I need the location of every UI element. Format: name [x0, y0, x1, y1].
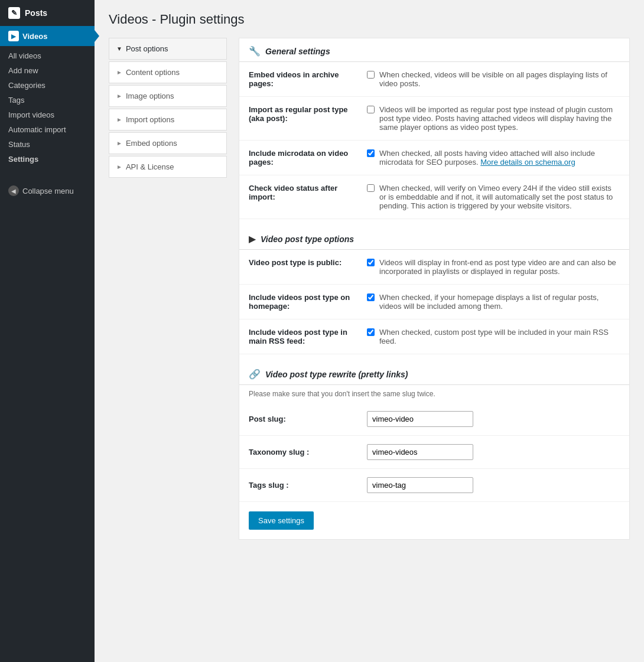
- posts-icon: ✎: [8, 7, 20, 19]
- public-row: Video post type is public: Videos will d…: [239, 250, 629, 285]
- settings-layout: ▼ Post options ► Content options ► Image…: [109, 38, 630, 540]
- tags-slug-label: Tags slug :: [239, 469, 357, 502]
- accordion-api-license-label: API & License: [126, 162, 174, 171]
- import-regular-description: Videos will be imported as regular post …: [379, 105, 620, 132]
- videos-item[interactable]: ▶ Videos: [0, 26, 95, 46]
- microdata-description: When checked, all posts having video att…: [379, 149, 620, 167]
- tags-slug-input[interactable]: [367, 477, 473, 493]
- rss-description: When checked, custom post type will be i…: [379, 328, 620, 345]
- tags-slug-row: Tags slug :: [239, 469, 629, 502]
- general-settings-section-header: 🔧 General settings: [239, 38, 629, 62]
- public-label: Video post type is public:: [239, 250, 357, 285]
- sidebar-item-categories[interactable]: Categories: [0, 78, 95, 93]
- public-description: Videos will display in front-end as post…: [379, 258, 620, 276]
- accordion-post-options[interactable]: ▼ Post options: [109, 38, 227, 60]
- slug-table: Post slug: Taxonomy slug : Tags slug :: [239, 403, 629, 502]
- embed-archive-row: Embed videos in archive pages: When chec…: [239, 62, 629, 97]
- settings-content-panel: 🔧 General settings Embed videos in archi…: [239, 38, 630, 540]
- import-regular-check-row: Videos will be imported as regular post …: [367, 105, 620, 132]
- embed-archive-check-row: When checked, videos will be visible on …: [367, 70, 620, 88]
- accordion-image-options[interactable]: ► Image options: [109, 85, 227, 107]
- link-icon: 🔗: [249, 368, 261, 380]
- accordion-api-license[interactable]: ► API & License: [109, 156, 227, 178]
- accordion-image-options-label: Image options: [126, 92, 174, 100]
- embed-archive-checkbox[interactable]: [367, 71, 375, 79]
- check-status-label: Check video status after import:: [239, 175, 357, 219]
- import-regular-checkbox[interactable]: [367, 106, 375, 113]
- public-checkbox[interactable]: [367, 259, 375, 266]
- homepage-label: Include videos post type on homepage:: [239, 285, 357, 319]
- sidebar-item-all-videos[interactable]: All videos: [0, 48, 95, 63]
- video-post-type-title: Video post type options: [261, 234, 354, 244]
- rss-checkbox[interactable]: [367, 328, 375, 336]
- check-status-description: When checked, will verify on Vimeo every…: [379, 184, 620, 210]
- rss-check-row: When checked, custom post type will be i…: [367, 328, 620, 345]
- videos-icon: ▶: [8, 31, 19, 41]
- accordion-import-options-label: Import options: [126, 115, 174, 124]
- accordion-arrow-post-options: ▼: [116, 45, 122, 52]
- homepage-checkbox[interactable]: [367, 294, 375, 301]
- import-regular-row: Import as regular post type (aka post): …: [239, 97, 629, 141]
- collapse-icon: ◀: [8, 185, 19, 196]
- rss-row: Include videos post type in main RSS fee…: [239, 319, 629, 354]
- sidebar-item-tags[interactable]: Tags: [0, 93, 95, 107]
- page-title: Videos - Plugin settings: [109, 12, 630, 27]
- check-status-checkbox[interactable]: [367, 184, 375, 192]
- sidebar-item-import-videos[interactable]: Import videos: [0, 107, 95, 122]
- collapse-label: Collapse menu: [22, 187, 74, 195]
- sidebar-item-automatic-import[interactable]: Automatic import: [0, 122, 95, 137]
- general-settings-title: General settings: [265, 47, 330, 56]
- play-icon: ▶: [249, 233, 256, 244]
- microdata-row: Include microdata on video pages: When c…: [239, 141, 629, 175]
- accordion-embed-options-header[interactable]: ► Embed options: [109, 133, 226, 154]
- section-gap-1: [239, 219, 629, 226]
- public-check-row: Videos will display in front-end as post…: [367, 258, 620, 276]
- post-slug-input[interactable]: [367, 411, 473, 427]
- pretty-links-section-header: 🔗 Video post type rewrite (pretty links): [239, 361, 629, 385]
- video-post-type-section-header: ▶ Video post type options: [239, 226, 629, 250]
- taxonomy-slug-label: Taxonomy slug :: [239, 436, 357, 469]
- sidebar-item-settings[interactable]: Settings: [0, 152, 95, 167]
- accordion-arrow-content-options: ►: [116, 69, 122, 76]
- pretty-links-note: Please make sure that you don't insert t…: [239, 385, 629, 403]
- sidebar-item-add-new[interactable]: Add new: [0, 63, 95, 78]
- rss-label: Include videos post type in main RSS fee…: [239, 319, 357, 354]
- embed-archive-description: When checked, videos will be visible on …: [379, 70, 620, 88]
- video-post-type-table: Video post type is public: Videos will d…: [239, 250, 629, 354]
- sidebar-item-status[interactable]: Status: [0, 137, 95, 152]
- save-button-container: Save settings: [239, 502, 629, 539]
- accordion-content-options-header[interactable]: ► Content options: [109, 62, 226, 83]
- taxonomy-slug-row: Taxonomy slug :: [239, 436, 629, 469]
- check-status-row: Check video status after import: When ch…: [239, 175, 629, 219]
- videos-label: Videos: [22, 32, 47, 41]
- collapse-menu[interactable]: ◀ Collapse menu: [0, 181, 95, 201]
- accordion-import-options-header[interactable]: ► Import options: [109, 109, 226, 130]
- general-settings-table: Embed videos in archive pages: When chec…: [239, 62, 629, 219]
- accordion-embed-options[interactable]: ► Embed options: [109, 132, 227, 154]
- accordion-arrow-image-options: ►: [116, 93, 122, 99]
- homepage-row: Include videos post type on homepage: Wh…: [239, 285, 629, 319]
- accordion-embed-options-label: Embed options: [126, 139, 177, 148]
- posts-label: Posts: [25, 8, 47, 18]
- accordion-content-options-label: Content options: [126, 68, 180, 77]
- pretty-links-title: Video post type rewrite (pretty links): [265, 370, 408, 379]
- embed-archive-label: Embed videos in archive pages:: [239, 62, 357, 97]
- main-content: Videos - Plugin settings ▼ Post options …: [95, 0, 644, 662]
- accordion-post-options-label: Post options: [126, 44, 168, 53]
- check-status-check-row: When checked, will verify on Vimeo every…: [367, 184, 620, 210]
- schema-link[interactable]: More details on schema.org: [480, 158, 575, 167]
- accordion-content-options[interactable]: ► Content options: [109, 61, 227, 83]
- accordion-arrow-import-options: ►: [116, 116, 122, 123]
- sidebar: ✎ Posts ▶ Videos All videos Add new Cate…: [0, 0, 95, 662]
- posts-item[interactable]: ✎ Posts: [0, 0, 95, 26]
- accordion-post-options-header[interactable]: ▼ Post options: [109, 38, 226, 59]
- accordion-image-options-header[interactable]: ► Image options: [109, 86, 226, 106]
- accordion-import-options[interactable]: ► Import options: [109, 109, 227, 131]
- save-settings-button[interactable]: Save settings: [249, 511, 314, 530]
- microdata-checkbox[interactable]: [367, 149, 375, 157]
- accordion-api-license-header[interactable]: ► API & License: [109, 156, 226, 177]
- homepage-check-row: When checked, if your homepage displays …: [367, 293, 620, 311]
- homepage-description: When checked, if your homepage displays …: [379, 293, 620, 311]
- taxonomy-slug-input[interactable]: [367, 444, 473, 460]
- microdata-label: Include microdata on video pages:: [239, 141, 357, 175]
